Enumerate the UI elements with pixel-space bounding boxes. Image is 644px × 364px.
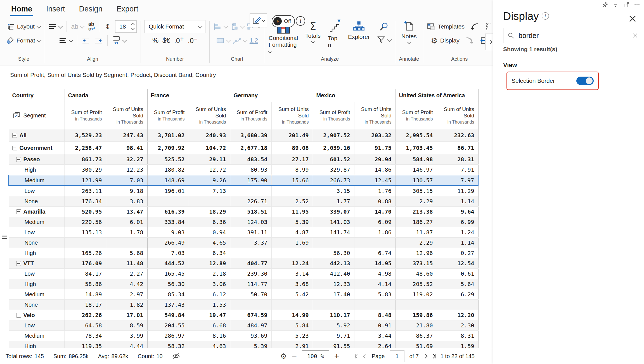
value-cell[interactable]: 3.44 <box>354 331 396 341</box>
value-cell[interactable]: 5.42 <box>271 289 313 300</box>
value-cell[interactable]: 8.31 <box>437 331 478 341</box>
value-cell[interactable]: 124.03 <box>230 217 271 227</box>
value-cell[interactable] <box>437 300 478 310</box>
value-cell[interactable]: 89.08 <box>271 142 313 154</box>
quick-format-dropdown[interactable]: Quick Format <box>145 20 205 33</box>
last-page-button[interactable] <box>432 354 436 358</box>
units-column-header[interactable]: Sum of Units Soldin Thousands <box>106 102 147 129</box>
value-cell[interactable]: 6.99 <box>437 217 478 227</box>
value-cell[interactable]: 8.59 <box>106 320 147 331</box>
line-chart-button[interactable] <box>233 37 247 44</box>
settings-gear-icon[interactable]: ⚙ <box>280 352 287 361</box>
value-cell[interactable]: 135.13 <box>65 227 106 238</box>
value-cell[interactable]: 3.68 <box>271 279 313 289</box>
value-cell[interactable]: 861.73 <box>65 154 106 165</box>
value-cell[interactable]: 159.86 <box>396 310 437 320</box>
interaction-toggle[interactable]: ⚡ Off <box>272 15 295 27</box>
value-cell[interactable]: 2.29 <box>396 238 437 248</box>
value-cell[interactable]: 58.86 <box>65 279 106 289</box>
value-cell[interactable]: 2.97 <box>106 289 147 300</box>
top-n-button[interactable]: ▼ Top n <box>328 21 341 48</box>
value-cell[interactable]: 616.39 <box>147 207 189 217</box>
decrease-indent-button[interactable] <box>82 37 90 44</box>
increase-indent-button[interactable] <box>94 37 103 44</box>
row-label-cell[interactable]: All <box>9 129 65 142</box>
value-cell[interactable]: 1,703.45 <box>396 142 437 154</box>
more-options-icon[interactable] <box>634 2 640 8</box>
value-cell[interactable]: 3,781.02 <box>147 129 189 142</box>
hide-summary-icon[interactable] <box>172 353 180 360</box>
value-cell[interactable]: 1.24 <box>437 227 478 238</box>
undo-icon[interactable] <box>470 22 479 31</box>
value-cell[interactable]: 186.27 <box>396 217 437 227</box>
value-cell[interactable] <box>65 238 106 248</box>
percent-format-button[interactable]: % <box>152 36 158 44</box>
value-cell[interactable]: 4.42 <box>106 279 147 289</box>
value-cell[interactable]: 7.97 <box>437 175 478 186</box>
value-cell[interactable]: 213.38 <box>396 207 437 217</box>
value-cell[interactable]: 5.92 <box>313 320 354 331</box>
value-cell[interactable]: 373.15 <box>396 258 437 269</box>
number-format-button[interactable]: 1.2 <box>250 37 258 44</box>
units-column-header[interactable]: Sum of Units Soldin Thousands <box>437 102 478 129</box>
value-cell[interactable]: 84.17 <box>65 269 106 279</box>
value-cell[interactable]: 32.27 <box>106 154 147 165</box>
value-cell[interactable]: 12.72 <box>189 165 230 175</box>
corner-header[interactable]: Country <box>9 89 65 102</box>
value-cell[interactable]: 239.30 <box>230 269 271 279</box>
value-cell[interactable]: 12.54 <box>437 258 478 269</box>
country-header[interactable]: Canada <box>65 89 147 102</box>
value-cell[interactable]: 412.40 <box>313 269 354 279</box>
row-label-cell[interactable]: High <box>9 279 65 289</box>
value-cell[interactable]: 4.65 <box>189 238 230 248</box>
row-label-cell[interactable]: Medium <box>9 289 65 300</box>
next-page-button[interactable] <box>424 355 427 358</box>
value-cell[interactable]: 110.17 <box>313 310 354 320</box>
filter-button[interactable] <box>377 36 391 44</box>
value-cell[interactable]: 2.27 <box>106 269 147 279</box>
row-label-cell[interactable]: None <box>9 238 65 248</box>
layout-button[interactable]: Layout <box>7 23 40 30</box>
value-cell[interactable]: 86.71 <box>437 142 478 154</box>
tab-home[interactable]: Home <box>11 4 33 15</box>
value-cell[interactable]: 148.69 <box>147 175 189 186</box>
value-cell[interactable] <box>313 300 354 310</box>
value-cell[interactable]: 404.77 <box>230 258 271 269</box>
value-cell[interactable]: 48.60 <box>396 269 437 279</box>
value-cell[interactable]: 2,039.16 <box>313 142 354 154</box>
value-cell[interactable]: 6.74 <box>354 248 396 258</box>
first-page-button[interactable] <box>355 354 359 358</box>
value-cell[interactable]: 483.54 <box>230 154 271 165</box>
row-label-cell[interactable]: Low <box>9 186 65 196</box>
selection-border-toggle[interactable] <box>576 77 594 85</box>
collapse-icon[interactable] <box>12 146 17 150</box>
country-header[interactable]: Germany <box>230 89 313 102</box>
value-cell[interactable]: 176.09 <box>65 258 106 269</box>
value-cell[interactable]: 1.86 <box>354 227 396 238</box>
value-cell[interactable]: 5.84 <box>271 320 313 331</box>
units-column-header[interactable]: Sum of Units Soldin Thousands <box>354 102 396 129</box>
value-cell[interactable]: 0.61 <box>437 269 478 279</box>
value-cell[interactable]: 3.37 <box>230 238 271 248</box>
value-cell[interactable]: 141.74 <box>313 227 354 238</box>
value-cell[interactable]: 86.37 <box>396 331 437 341</box>
profit-column-header[interactable]: Sum of Profitin Thousands <box>65 102 106 129</box>
value-cell[interactable]: 3.15 <box>313 186 354 196</box>
value-cell[interactable]: 0.94 <box>189 227 230 238</box>
value-cell[interactable]: 232.63 <box>437 129 478 142</box>
value-cell[interactable]: 518.51 <box>230 207 271 217</box>
templates-button[interactable]: Templates <box>427 23 465 30</box>
value-cell[interactable]: 114.77 <box>230 279 271 289</box>
value-cell[interactable]: 5.83 <box>354 289 396 300</box>
value-cell[interactable]: 3.14 <box>271 269 313 279</box>
pin-icon[interactable] <box>602 2 608 8</box>
value-cell[interactable]: 17.01 <box>106 310 147 320</box>
column-width-button[interactable]: ↔ <box>112 36 126 45</box>
tab-insert[interactable]: Insert <box>46 4 66 15</box>
value-cell[interactable] <box>189 196 230 207</box>
value-cell[interactable] <box>147 196 189 207</box>
value-cell[interactable]: 29.94 <box>354 154 396 165</box>
value-cell[interactable]: 0.91 <box>354 320 396 331</box>
tab-design[interactable]: Design <box>79 4 103 15</box>
value-cell[interactable] <box>313 238 354 248</box>
